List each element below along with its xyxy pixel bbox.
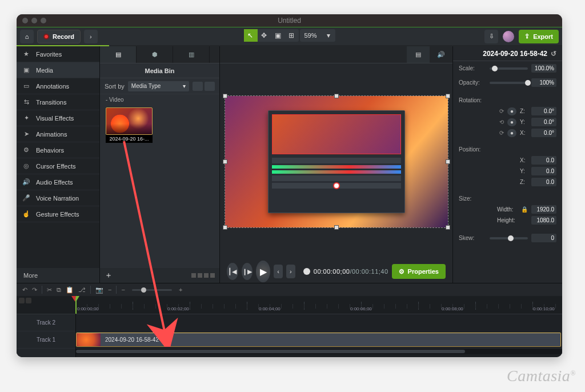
record-expand-button[interactable]: › — [84, 30, 98, 43]
scale-slider[interactable] — [490, 67, 528, 70]
track-header-2[interactable]: Track 2 — [17, 314, 75, 331]
timeline-zoom-slider[interactable] — [132, 289, 172, 291]
copy-button[interactable]: ⧉ — [57, 286, 61, 294]
sidebar-item-annotations[interactable]: ▭ Annotations — [17, 78, 99, 94]
sidebar-more[interactable]: More — [17, 268, 99, 283]
download-button[interactable]: ⇩ — [484, 30, 498, 43]
resize-handle[interactable] — [446, 225, 450, 230]
resize-handle[interactable] — [223, 225, 227, 230]
tab-media-bin[interactable]: ▤ — [100, 46, 137, 63]
zoom-plus-button[interactable]: + — [179, 286, 182, 293]
camera-button[interactable]: 📷 — [95, 286, 103, 294]
tab-audio-properties[interactable]: 🔊 — [430, 46, 452, 63]
next-marker-button[interactable]: › — [286, 265, 295, 278]
height-value[interactable]: 1080.0 — [531, 216, 556, 225]
lock-icon[interactable]: 🔒 — [521, 206, 528, 213]
undo-button[interactable]: ↶ — [22, 286, 27, 294]
sidebar-item-animations[interactable]: ➤ Animations — [17, 126, 99, 142]
sidebar-item-audio-effects[interactable]: 🔊 Audio Effects — [17, 174, 99, 190]
rotation-toggle[interactable]: ● — [507, 107, 516, 115]
rotation-toggle[interactable]: ● — [507, 129, 516, 137]
resize-handle[interactable] — [223, 94, 227, 98]
rotation-x-value[interactable]: 0.0° — [531, 129, 556, 137]
canvas-holder[interactable] — [220, 63, 452, 260]
resize-handle[interactable] — [446, 94, 450, 98]
timeline-scrollbar[interactable] — [76, 349, 562, 354]
sidebar-item-transitions[interactable]: ⇆ Transitions — [17, 94, 99, 110]
pan-tool-icon[interactable]: ✥ — [257, 29, 271, 42]
sidebar-item-media[interactable]: ▣ Media — [17, 62, 99, 78]
media-tabstrip: ▤ ⬢ ▥ — [100, 46, 219, 63]
cut-button[interactable]: ✂ — [47, 286, 52, 294]
sidebar-item-behaviors[interactable]: ⚙ Behaviors — [17, 142, 99, 158]
canvas-selection[interactable] — [225, 96, 448, 227]
track-header-1[interactable]: Track 1 — [17, 331, 75, 349]
timeline-clip[interactable]: 2024-09-20 16-58-42 — [76, 333, 561, 347]
playhead[interactable] — [75, 296, 77, 314]
redo-button[interactable]: ↷ — [32, 286, 37, 294]
position-x-value[interactable]: 0.0 — [531, 156, 556, 165]
rotation-toggle[interactable]: ● — [507, 118, 516, 126]
home-button[interactable]: ⌂ — [20, 30, 34, 43]
sidebar-item-favorites[interactable]: ★ Favorites — [17, 46, 99, 62]
sort-direction-buttons[interactable] — [193, 82, 215, 91]
prev-clip-button[interactable]: ┃◀ — [227, 263, 238, 280]
paste-button[interactable]: 📋 — [66, 286, 74, 294]
arrow-tool-icon[interactable]: ↖ — [243, 29, 257, 42]
timeline-ruler[interactable]: 0:00:00;00 0:00:02;00 0:00:04;00 0:00:06… — [76, 296, 562, 314]
scale-value[interactable]: 100.0% — [531, 64, 556, 73]
sidebar-item-gesture-effects[interactable]: ☝ Gesture Effects — [17, 206, 99, 222]
sidebar-item-voice-narration[interactable]: 🎤 Voice Narration — [17, 190, 99, 206]
rotation-z-value[interactable]: 0.0° — [531, 107, 556, 115]
track-options-button[interactable] — [26, 298, 31, 303]
properties-button[interactable]: ⚙ Properties — [392, 264, 446, 279]
zoom-dropdown-icon[interactable]: ▾ — [322, 29, 335, 42]
skew-slider[interactable] — [490, 237, 528, 239]
zoom-minus-button[interactable]: − — [121, 286, 125, 293]
canvas-zoom-pct[interactable]: 59% — [299, 32, 321, 39]
media-group-video[interactable]: - Video — [100, 94, 219, 105]
prop-label: Opacity: — [459, 79, 486, 86]
play-button[interactable]: ▶ — [256, 261, 270, 282]
skew-value[interactable]: 0 — [531, 234, 556, 242]
opacity-slider[interactable] — [490, 82, 528, 84]
rotation-handle[interactable] — [333, 182, 340, 189]
crop-tool-icon[interactable]: ▣ — [271, 29, 285, 42]
resize-handle[interactable] — [334, 94, 339, 98]
step-back-button[interactable]: ❙▶ — [242, 263, 253, 280]
opacity-value[interactable]: 100% — [531, 78, 556, 87]
track-lane-1[interactable]: 2024-09-20 16-58-42 — [76, 331, 562, 349]
sidebar-item-visual-effects[interactable]: ✦ Visual Effects — [17, 110, 99, 126]
timeline-tracks-area[interactable]: 0:00:00;00 0:00:00;00 0:00:02;00 0:00:04… — [76, 296, 562, 357]
resize-handle[interactable] — [334, 225, 339, 230]
view-mode-toggle[interactable] — [191, 273, 215, 278]
width-value[interactable]: 1920.0 — [531, 205, 556, 214]
tab-templates[interactable]: ▥ — [173, 46, 210, 63]
rotation-y-value[interactable]: 0.0° — [531, 118, 556, 126]
tab-video-properties[interactable]: ▤ — [407, 46, 430, 63]
track-add-button[interactable] — [19, 298, 25, 303]
prev-marker-button[interactable]: ‹ — [274, 265, 283, 278]
resize-handle[interactable] — [223, 159, 227, 164]
user-avatar[interactable] — [503, 31, 514, 42]
export-button[interactable]: ⇪ Export — [519, 30, 559, 43]
record-button[interactable]: Record — [37, 30, 81, 43]
add-media-button[interactable]: ＋ — [105, 270, 113, 281]
size-width-row: Width: 🔒 1920.0 — [453, 205, 562, 215]
media-thumbnail[interactable]: 2024-09-20 16-... — [106, 107, 153, 143]
sort-dropdown[interactable]: Media Type ▾ — [128, 81, 189, 91]
split-button[interactable]: ⎇ — [78, 286, 86, 294]
track-lane-2[interactable] — [76, 314, 562, 331]
magnet-tool-icon[interactable]: ⊞ — [285, 29, 298, 42]
resize-handle[interactable] — [446, 159, 450, 164]
clip-name: 2024-09-20 16-58-42 — [105, 337, 159, 343]
tab-library[interactable]: ⬢ — [137, 46, 173, 63]
reset-icon[interactable]: ↺ — [551, 50, 556, 58]
sidebar-item-label: Voice Narration — [36, 195, 79, 202]
sidebar-item-label: Visual Effects — [36, 115, 74, 122]
position-y-value[interactable]: 0.0 — [531, 167, 556, 175]
sidebar-item-cursor-effects[interactable]: ◎ Cursor Effects — [17, 158, 99, 174]
zoom-out-button[interactable]: − — [108, 286, 111, 293]
sort-value: Media Type — [131, 83, 161, 89]
position-z-value[interactable]: 0.0 — [531, 178, 556, 186]
